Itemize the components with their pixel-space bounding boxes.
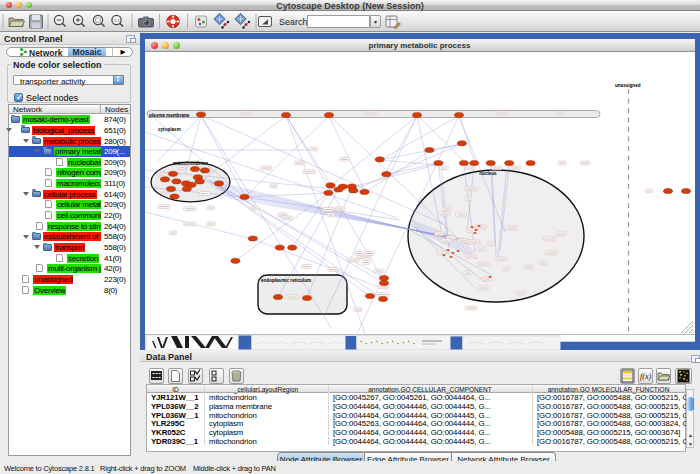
svg-text:plasma membrane: plasma membrane [149,112,190,117]
svg-text:unassigned: unassigned [615,83,641,88]
svg-text:1:1: 1:1 [114,18,120,23]
svg-text:f(x): f(x) [640,372,651,381]
svg-text:cytoplasm: cytoplasm [158,126,181,131]
svg-text:endoplasmic reticulum: endoplasmic reticulum [261,277,311,282]
